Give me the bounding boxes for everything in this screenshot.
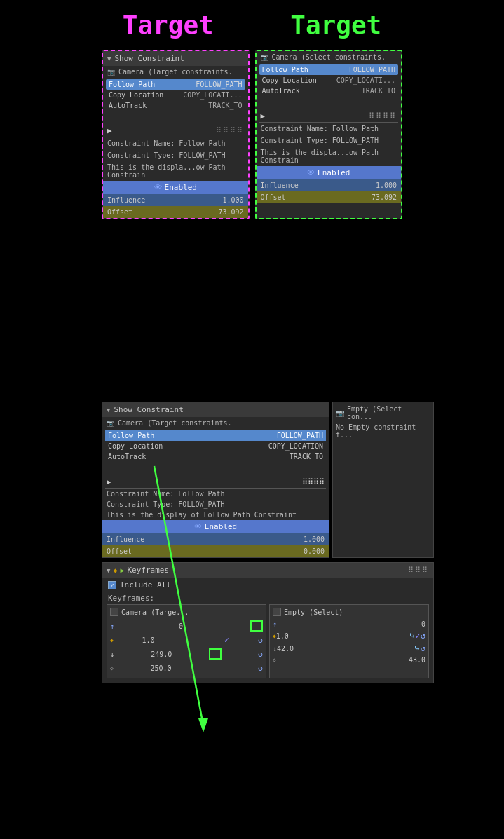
eye-icon: 👁 [154, 183, 162, 192]
constraint-item[interactable]: AutoTrack TRACK_TO [105, 451, 326, 462]
left-camera-label: Camera (Target constraints. [118, 68, 233, 76]
right-empty-section: 📷 Empty (Select con... No Empty constrai… [332, 402, 434, 558]
left-target-label: Target [123, 11, 214, 39]
constraint-item[interactable]: Copy Location COPY_LOCATI... [259, 75, 399, 86]
camera-keyframe-col: Camera (Targe... ↑ 0 ◆ 1.0 ✓ ↺ ↓ 249.0 ↺ [107, 604, 266, 678]
influence-value: 1.000 [222, 196, 243, 204]
constraint-type: FOLLOW_PATH [277, 432, 323, 439]
camera-icon: 📷 [107, 420, 114, 427]
constraint-name: Follow Path [108, 432, 154, 439]
influence-label: Influence [107, 196, 145, 204]
right-constraint-panel: 📷 Camera (Select constraints. Follow Pat… [255, 50, 403, 219]
constraint-name: Copy Location [262, 76, 317, 84]
bottom-camera-label: Camera (Target constraints. [118, 419, 232, 427]
constraint-item[interactable]: AutoTrack TRACK_TO [259, 86, 399, 96]
constraint-type: TRACK_TO [362, 87, 395, 95]
influence-row[interactable]: Influence 1.000 [257, 179, 402, 191]
constraint-item[interactable]: Copy Location COPY_LOCATI... [106, 90, 245, 100]
spacer [208, 662, 221, 674]
kf-value: 43.0 [409, 656, 425, 664]
expand-arrow-icon: ▶ [261, 111, 266, 121]
enabled-label: Enabled [205, 522, 237, 531]
diamond-icon: ◆ [110, 637, 114, 643]
green-highlight-box [250, 620, 263, 632]
left-constraint-panel: ▼ Show Constraint 📷 Camera (Target const… [102, 50, 250, 219]
arrow-up-icon: ↑ [273, 620, 277, 628]
green-highlight-box-2 [209, 648, 222, 660]
cycle-icon-3: ↺ [258, 663, 263, 673]
constraint-type-info: Constraint Type: FOLLOW_PATH [103, 149, 248, 161]
include-all-row: ✓ Include All [102, 578, 433, 592]
expand-row: ▶ ⠿⠿⠿⠿ [102, 476, 329, 488]
constraint-name: AutoTrack [262, 87, 300, 95]
camera-col-label: Camera (Targe... [121, 608, 189, 616]
constraint-name: Follow Path [262, 66, 308, 74]
kf-value: 42.0 [277, 645, 294, 653]
cycle-icon-2: ↺ [258, 649, 263, 659]
enabled-row[interactable]: 👁 Enabled [103, 181, 248, 194]
influence-value: 1.000 [376, 182, 397, 189]
expand-row: ▶ ⠿⠿⠿⠿ [257, 110, 402, 122]
constraint-name: AutoTrack [108, 453, 146, 461]
spacer [103, 112, 248, 125]
offset-row[interactable]: Offset 73.092 [103, 206, 248, 218]
camera-icon: 📷 [107, 69, 115, 76]
camera-icon: 📷 [261, 54, 268, 61]
kf-row-0: ↑ 0 [110, 619, 263, 633]
constraint-name: Copy Location [109, 91, 163, 99]
constraint-item[interactable]: Follow Path FOLLOW_PATH [259, 64, 399, 75]
left-constraint-list: Follow Path FOLLOW_PATH Copy Location CO… [103, 78, 248, 112]
expand-arrow-icon: ▶ [107, 477, 111, 486]
spacer [257, 97, 402, 110]
empty-col-checkbox[interactable] [273, 608, 281, 616]
empty-camera-label: Empty (Select con... [347, 405, 430, 421]
dots-icon: ⠿⠿⠿⠿ [216, 126, 244, 135]
constraint-item[interactable]: Follow Path FOLLOW_PATH [105, 430, 326, 441]
enabled-row[interactable]: 👁 Enabled [102, 520, 329, 533]
camera-col-checkbox[interactable] [110, 608, 118, 616]
bottom-camera-row: 📷 Camera (Target constraints. [102, 417, 329, 429]
enabled-label: Enabled [318, 168, 350, 177]
top-panels-container: ▼ Show Constraint 📷 Camera (Target const… [0, 50, 504, 219]
include-all-checkbox[interactable]: ✓ [108, 581, 116, 589]
offset-value: 73.092 [218, 208, 243, 216]
empty-header: 📷 Empty (Select con... [336, 405, 430, 421]
constraint-item[interactable]: Copy Location COPY_LOCATION [105, 441, 326, 451]
offset-row[interactable]: Offset 73.092 [257, 191, 402, 203]
middle-spacer [0, 219, 504, 402]
check-icon: ✓ [416, 631, 421, 641]
constraint-name: Follow Path [109, 81, 155, 88]
constraint-item[interactable]: AutoTrack TRACK_TO [106, 100, 245, 111]
constraint-item[interactable]: Follow Path FOLLOW_PATH [106, 79, 245, 90]
kf-row-0: ↑ 0 [273, 619, 425, 629]
offset-row[interactable]: Offset 0.000 [102, 545, 329, 557]
influence-label: Influence [107, 536, 144, 543]
offset-label: Offset [107, 547, 132, 555]
kf-value: 0 [179, 622, 183, 630]
kf-value: 1.0 [142, 636, 154, 644]
diamond-icon: ◆ [113, 566, 117, 574]
enabled-row[interactable]: 👁 Enabled [257, 166, 402, 179]
cycle-icon-2: ↺ [421, 643, 425, 653]
dots-icon: ⠿⠿⠿⠿ [302, 477, 325, 486]
influence-label: Influence [261, 182, 299, 189]
constraint-type-info: Constraint Type: FOLLOW_PATH [102, 499, 329, 510]
spacer-icon [183, 634, 196, 646]
cycle-icon: ↺ [258, 635, 263, 645]
constraint-desc-info: This is the display of Follow Path Const… [102, 510, 329, 520]
influence-value: 1.000 [304, 536, 325, 543]
influence-row[interactable]: Influence 1.000 [103, 194, 248, 206]
keyframes-menu-icon: ⠿⠿⠿ [408, 566, 429, 575]
right-camera-label: Camera (Select constraints. [272, 53, 386, 61]
kf-row-2: ↓ 42.0 ⤷ ↺ [273, 642, 425, 655]
kf-value: 250.0 [150, 664, 171, 672]
arrow-down-icon: ↓ [110, 650, 114, 658]
offset-label: Offset [107, 208, 132, 216]
constraint-type: COPY_LOCATI... [336, 76, 395, 84]
empty-col-label: Empty (Select) [284, 608, 343, 616]
spacer [102, 463, 329, 476]
constraint-name-info: Constraint Name: Follow Path [102, 489, 329, 499]
influence-row[interactable]: Influence 1.000 [102, 533, 329, 545]
arrow-up-icon: ↑ [110, 622, 114, 630]
keyframes-section: ▼ ◆ ▶ Keyframes ⠿⠿⠿ ✓ Include All Keyfra… [102, 562, 434, 683]
